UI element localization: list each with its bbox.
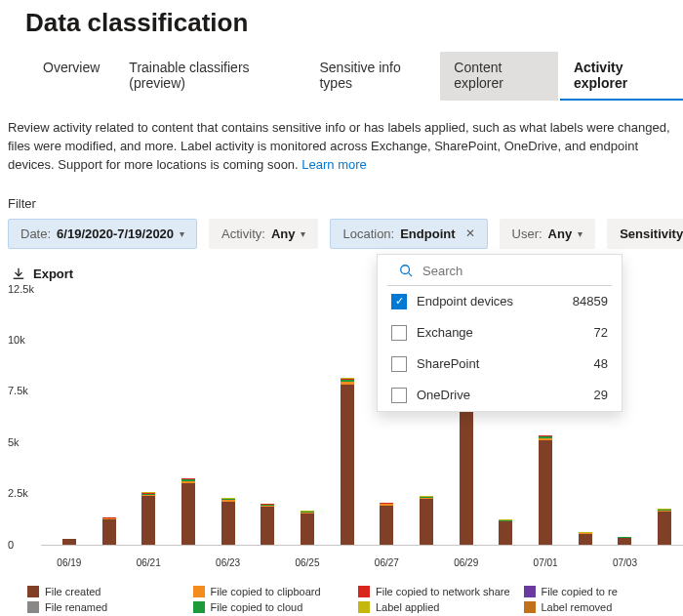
search-input[interactable] (421, 263, 600, 279)
chart-bar[interactable] (579, 532, 592, 544)
legend-item: File renamed (27, 601, 187, 613)
description-text: Review activity related to content that … (8, 119, 683, 175)
chart-bar[interactable] (618, 537, 631, 545)
tab-content-explorer[interactable]: Content explorer (440, 52, 558, 101)
chart-bar[interactable] (499, 519, 512, 544)
legend-item: File created (27, 586, 187, 597)
chart-bar[interactable] (261, 504, 274, 545)
filter-pill-sensitivity[interactable]: Sensitivity (607, 219, 683, 249)
chart-bar[interactable] (420, 496, 433, 544)
chevron-down-icon: ▾ (301, 228, 305, 239)
legend-item: Label removed (524, 601, 684, 613)
chart-bar[interactable] (62, 539, 76, 544)
chart-bar[interactable] (181, 478, 195, 545)
chart-bar[interactable] (658, 509, 671, 544)
tab-trainable-classifiers-preview-[interactable]: Trainable classifiers (preview) (115, 52, 303, 101)
close-icon[interactable]: ✕ (462, 226, 475, 240)
chart-bar[interactable] (341, 378, 354, 545)
legend-item: Label applied (358, 601, 518, 613)
svg-line-1 (409, 273, 413, 277)
filter-pill-activity[interactable]: Activity: Any ▾ (209, 219, 318, 249)
learn-more-link[interactable]: Learn more (301, 157, 366, 172)
location-option[interactable]: Exchange72 (378, 317, 622, 349)
filter-pills: Date: 6/19/2020-7/19/2020 ▾ Activity: An… (8, 219, 683, 249)
tab-activity-explorer[interactable]: Activity explorer (560, 52, 683, 101)
tab-overview[interactable]: Overview (29, 52, 113, 101)
chart-bar[interactable] (102, 517, 116, 545)
svg-point-0 (401, 266, 410, 274)
tabs: OverviewTrainable classifiers (preview)S… (8, 52, 683, 102)
chart-legend: File createdFile copied to clipboardFile… (8, 586, 683, 613)
legend-item: File copied to clipboard (193, 586, 353, 597)
checkbox[interactable] (391, 325, 407, 341)
chart-bar[interactable] (141, 492, 155, 544)
filter-label: Filter (8, 196, 683, 211)
filter-pill-location[interactable]: Location: Endpoint ✕ (330, 219, 487, 249)
legend-item: File copied to network share (358, 586, 518, 597)
legend-item: File copied to re (524, 586, 684, 597)
chevron-down-icon: ▾ (578, 228, 583, 239)
download-icon (12, 267, 25, 280)
tab-sensitive-info-types[interactable]: Sensitive info types (305, 52, 438, 101)
location-option[interactable]: SharePoint48 (378, 349, 622, 380)
location-option[interactable]: OneDrive29 (378, 380, 622, 411)
legend-item: File copied to cloud (193, 601, 353, 613)
dropdown-search[interactable] (387, 255, 612, 286)
filter-pill-user[interactable]: User: Any ▾ (500, 219, 596, 249)
chart-bar[interactable] (221, 498, 235, 544)
chart-bar[interactable] (301, 511, 314, 544)
location-option[interactable]: Endpoint devices84859 (378, 286, 622, 317)
location-dropdown: Endpoint devices84859Exchange72SharePoin… (377, 254, 623, 412)
filter-pill-date[interactable]: Date: 6/19/2020-7/19/2020 ▾ (8, 219, 197, 249)
checkbox[interactable] (391, 388, 407, 403)
search-icon (399, 264, 413, 277)
checkbox[interactable] (391, 356, 407, 372)
chevron-down-icon: ▾ (180, 228, 184, 239)
chart-bar[interactable] (380, 503, 393, 545)
page-title: Data classification (25, 8, 683, 38)
checkbox[interactable] (391, 294, 407, 309)
chart-bar[interactable] (539, 435, 552, 545)
